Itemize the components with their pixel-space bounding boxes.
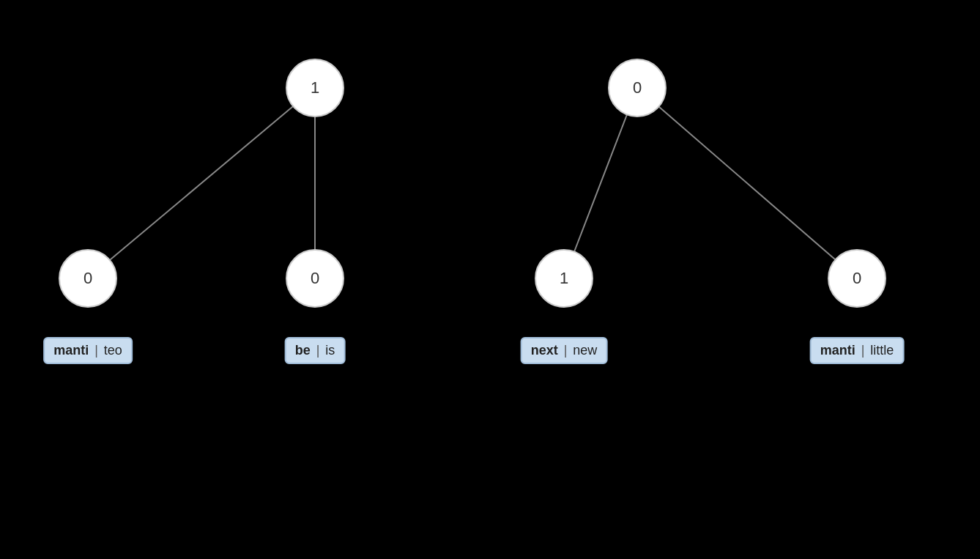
tree-diagram: 100010manti|teobe|isnext|newmanti|little	[0, 0, 980, 559]
leaf-separator: |	[316, 343, 320, 358]
leaf-plain-word: new	[573, 343, 597, 358]
leaf-plain-word: is	[325, 343, 335, 358]
leaf-label-l2: be|is	[285, 337, 346, 364]
tree-node-n4: 0	[286, 249, 344, 308]
leaf-bold-word: next	[531, 343, 558, 358]
svg-line-2	[564, 88, 637, 278]
leaf-bold-word: be	[295, 343, 311, 358]
tree-node-n3: 0	[59, 249, 117, 308]
tree-node-n6: 0	[828, 249, 886, 308]
leaf-separator: |	[564, 343, 568, 358]
leaf-label-l1: manti|teo	[43, 337, 133, 364]
leaf-separator: |	[94, 343, 98, 358]
leaf-bold-word: manti	[53, 343, 89, 358]
leaf-label-l3: next|new	[521, 337, 608, 364]
leaf-plain-word: little	[870, 343, 894, 358]
leaf-separator: |	[861, 343, 865, 358]
tree-node-n1: 1	[286, 59, 344, 117]
leaf-bold-word: manti	[820, 343, 855, 358]
tree-node-n5: 1	[535, 249, 593, 308]
svg-line-0	[88, 88, 315, 278]
svg-line-3	[637, 88, 857, 278]
leaf-label-l4: manti|little	[810, 337, 905, 364]
tree-node-n2: 0	[608, 59, 667, 117]
leaf-plain-word: teo	[104, 343, 122, 358]
